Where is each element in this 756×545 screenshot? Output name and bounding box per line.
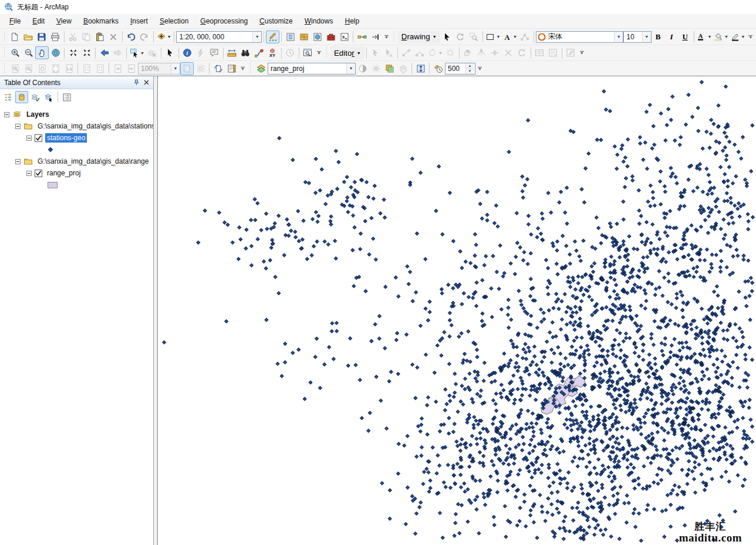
focus-data-frame-button[interactable] <box>194 62 207 75</box>
layout-zoom-combo[interactable]: 100%▼ <box>138 63 180 75</box>
menu-windows[interactable]: Windows <box>299 15 339 27</box>
back-extent-button[interactable] <box>97 46 111 59</box>
font-family-combo[interactable]: 宋体▼ <box>536 31 624 43</box>
edit-annotation-button[interactable]: A <box>382 46 396 59</box>
list-by-visibility-button[interactable] <box>29 91 42 103</box>
identify-button[interactable]: i <box>181 46 194 59</box>
layout-fixed-zoom-in-button[interactable] <box>80 62 93 75</box>
python-window-button[interactable] <box>338 31 351 43</box>
tree-collapse-icon[interactable] <box>26 171 32 176</box>
editor-toolbar-toggle[interactable] <box>266 31 279 43</box>
combo-dropdown-icon[interactable]: ▼ <box>252 32 261 42</box>
layout-zoom-out-button[interactable] <box>22 62 35 75</box>
toolbar-grip[interactable] <box>3 48 6 58</box>
group-range-node[interactable]: G:\sanxia_img_data\gis_data\range <box>0 155 153 167</box>
menu-customize[interactable]: Customize <box>254 15 299 27</box>
menu-view[interactable]: View <box>50 15 77 27</box>
diamond-point-symbol[interactable] <box>48 147 53 153</box>
zoom-in-button[interactable] <box>8 46 22 59</box>
delete-button[interactable] <box>107 31 120 43</box>
spinner-down-icon[interactable]: ▼ <box>466 69 474 74</box>
time-slider-button[interactable] <box>284 46 297 59</box>
copy-button[interactable] <box>80 31 93 43</box>
brightness-button[interactable] <box>369 62 383 75</box>
toolbar-overflow-button[interactable]: ▼ <box>315 46 323 59</box>
tree-collapse-icon[interactable] <box>15 159 21 164</box>
snapping-button[interactable] <box>444 46 457 59</box>
toolbar-grip[interactable] <box>393 32 396 42</box>
layout-zoom-100-button[interactable]: 1:1 <box>62 62 76 75</box>
bold-button[interactable]: B <box>652 31 665 43</box>
drawing-menu-button[interactable]: Drawing▼ <box>398 31 440 43</box>
menu-bookmarks[interactable]: Bookmarks <box>77 15 124 27</box>
zoom-out-button[interactable] <box>22 46 35 59</box>
paste-button[interactable] <box>93 31 107 43</box>
range-proj-symbol[interactable] <box>0 179 153 191</box>
flicker-rate-spinner[interactable]: 500▲▼ <box>445 63 475 75</box>
list-by-drawing-order-button[interactable] <box>2 91 15 103</box>
search-window-button[interactable] <box>310 31 324 43</box>
tree-collapse-icon[interactable] <box>4 112 9 117</box>
print-button[interactable] <box>49 31 62 43</box>
clear-selection-button[interactable] <box>146 46 159 59</box>
layer-stations-geo-node-checkbox[interactable] <box>35 134 42 142</box>
dim-button[interactable] <box>396 62 410 75</box>
layers-group-node-label[interactable]: Layers <box>25 110 51 119</box>
new-map-button[interactable] <box>8 31 22 43</box>
combo-dropdown-icon[interactable]: ▼ <box>642 32 651 42</box>
toolbar-overflow-button[interactable]: ▼ <box>239 62 247 75</box>
group-range-node-label[interactable]: G:\sanxia_img_data\gis_data\range <box>36 157 150 166</box>
arc-segment-button[interactable] <box>413 46 427 59</box>
flicker-button[interactable] <box>431 62 445 75</box>
table-of-contents-button[interactable] <box>284 31 297 43</box>
combo-dropdown-icon[interactable]: ▼ <box>614 32 623 42</box>
sketch-tool-button[interactable]: ▼ <box>427 46 444 59</box>
zoom-to-selected-button[interactable] <box>467 31 481 43</box>
toolbar-overflow-button[interactable]: ▼ <box>578 46 586 59</box>
swipe-layer-button[interactable] <box>414 62 427 75</box>
sketch-properties-button[interactable] <box>546 46 560 59</box>
straight-segment-button[interactable] <box>400 46 413 59</box>
fixed-zoom-in-button[interactable] <box>66 46 80 59</box>
redo-button[interactable] <box>138 31 151 43</box>
menu-help[interactable]: Help <box>339 15 365 27</box>
pin-icon[interactable] <box>131 77 141 87</box>
layer-stations-geo-node-label[interactable]: stations-geo <box>45 133 87 143</box>
select-features-button[interactable]: ▼ <box>129 46 146 59</box>
open-button[interactable] <box>22 31 35 43</box>
modelbuilder-button[interactable] <box>355 31 369 43</box>
layout-forward-extent-button[interactable] <box>124 62 138 75</box>
layout-zoom-whole-page-button[interactable] <box>49 62 62 75</box>
reshape-feature-button[interactable] <box>461 46 475 59</box>
layers-group-node[interactable]: Layers <box>0 109 153 120</box>
tree-collapse-icon[interactable] <box>15 124 21 129</box>
contrast-button[interactable] <box>356 62 369 75</box>
new-rectangle-button[interactable]: ▼ <box>485 31 502 43</box>
toolbar-grip[interactable] <box>325 48 328 58</box>
data-driven-pages-button[interactable] <box>225 62 238 75</box>
toolbar-overflow-button[interactable]: ▼ <box>383 31 390 43</box>
font-size-combo[interactable]: 10▼ <box>623 31 651 43</box>
move-tool-button[interactable] <box>488 46 502 59</box>
fixed-zoom-out-button[interactable] <box>80 46 93 59</box>
spinner-up-icon[interactable]: ▲ <box>466 63 474 69</box>
close-icon[interactable] <box>141 77 151 87</box>
font-color-button[interactable]: A▼ <box>696 31 713 43</box>
select-elements-tool-button[interactable] <box>163 46 177 59</box>
measure-button[interactable] <box>225 46 239 59</box>
list-by-selection-button[interactable] <box>42 91 55 103</box>
toolbar-grip[interactable] <box>3 63 6 74</box>
underline-button[interactable]: U <box>679 31 692 43</box>
save-button[interactable] <box>35 31 49 43</box>
layout-back-extent-button[interactable] <box>111 62 124 75</box>
full-extent-button[interactable] <box>49 46 62 59</box>
toolbar-grip[interactable] <box>3 32 6 42</box>
editor-menu-button[interactable]: Editor▼ <box>330 46 365 59</box>
group-stations-node-label[interactable]: G:\sanxia_img_data\gis_data\stations <box>36 121 153 131</box>
layout-fixed-zoom-out-button[interactable] <box>93 62 107 75</box>
menu-insert[interactable]: Insert <box>124 15 154 27</box>
find-route-button[interactable] <box>252 46 266 59</box>
stations-geo-symbol[interactable] <box>0 144 153 155</box>
layer-range-proj-node-label[interactable]: range_proj <box>45 168 82 178</box>
toc-options-button[interactable] <box>60 91 73 103</box>
